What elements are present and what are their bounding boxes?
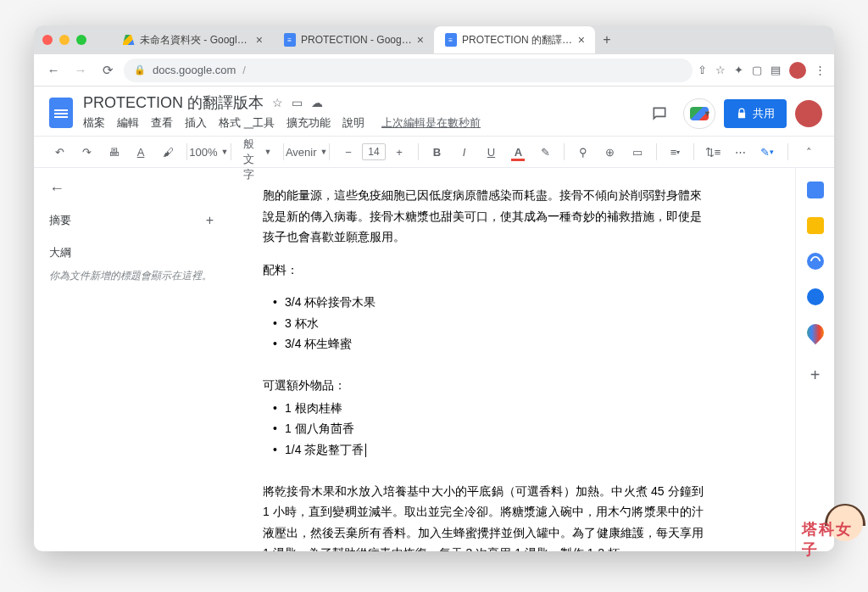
move-icon[interactable]: ▭ bbox=[292, 96, 303, 109]
maps-addon-icon[interactable] bbox=[803, 321, 826, 344]
keep-addon-icon[interactable] bbox=[807, 217, 824, 234]
paint-format-button[interactable]: 🖌 bbox=[156, 140, 180, 164]
font-value: Avenir bbox=[286, 146, 317, 159]
url-host: docs.google.com bbox=[153, 64, 236, 76]
document-page[interactable]: 胞的能量源，這些免疫細胞已因低度病原體感染而耗盡。接骨不傾向於削弱對身體來說是新… bbox=[246, 185, 721, 551]
outline-collapse-button[interactable]: ← bbox=[49, 180, 214, 198]
menu-format[interactable]: 格式 bbox=[219, 115, 241, 131]
text-cursor bbox=[365, 444, 366, 457]
caret-down-icon: ▼ bbox=[704, 109, 711, 118]
docs-icon: ≡ bbox=[444, 34, 457, 47]
formatting-toolbar: ↶ ↷ 🖶 A 🖌 100%▼ 一般文字▼ Avenir▼ − 14 + B I… bbox=[34, 136, 834, 168]
zoom-value: 100% bbox=[189, 146, 217, 159]
redo-button[interactable]: ↷ bbox=[75, 140, 98, 164]
paragraph: 胞的能量源，這些免疫細胞已因低度病原體感染而耗盡。接骨不傾向於削弱對身體來說是新… bbox=[263, 185, 704, 248]
bold-button[interactable]: B bbox=[425, 140, 448, 164]
menu-file[interactable]: 檔案 bbox=[83, 115, 105, 131]
star-icon[interactable]: ☆ bbox=[272, 96, 283, 109]
cloud-status-icon[interactable]: ☁ bbox=[311, 96, 323, 109]
url-bar: ← → ⟳ 🔒 docs.google.com/ ⇧ ☆ ✦ ▢ ▤ ⋮ bbox=[34, 54, 834, 87]
contacts-addon-icon[interactable] bbox=[807, 288, 824, 305]
section-heading: 配料： bbox=[263, 260, 704, 281]
outline-panel: ← 摘要 + 大綱 你為文件新增的標題會顯示在這裡。 bbox=[34, 168, 229, 551]
zoom-select[interactable]: 100%▼ bbox=[194, 140, 225, 164]
nav-forward-button[interactable]: → bbox=[70, 59, 92, 81]
nav-reload-button[interactable]: ⟳ bbox=[97, 59, 119, 81]
lock-icon: 🔒 bbox=[134, 64, 146, 75]
outline-label: 大綱 bbox=[49, 245, 214, 260]
reading-list-icon[interactable]: ▤ bbox=[771, 64, 781, 76]
style-select[interactable]: 一般文字▼ bbox=[238, 140, 277, 164]
tab-close-icon[interactable]: × bbox=[417, 33, 424, 47]
menu-icon[interactable]: ⋮ bbox=[815, 64, 826, 76]
text-color-button[interactable]: A bbox=[506, 140, 530, 164]
docs-logo-icon bbox=[49, 98, 73, 128]
insert-link-button[interactable]: ⚲ bbox=[571, 140, 595, 164]
watermark: 塔科女子 bbox=[802, 505, 866, 560]
add-summary-button[interactable]: + bbox=[206, 213, 214, 228]
new-tab-button[interactable]: + bbox=[595, 26, 619, 53]
window-minimize[interactable] bbox=[59, 35, 70, 45]
cast-icon[interactable]: ▢ bbox=[752, 64, 762, 76]
browser-tab-active[interactable]: ≡ PROTECTION 的翻譯版本 - Goo × bbox=[434, 26, 595, 53]
get-addons-button[interactable]: + bbox=[807, 366, 824, 383]
window-titlebar: 未命名資料夾 - Google 雲端硬碟 × ≡ PROTECTION - Go… bbox=[34, 25, 834, 54]
docs-body: ← 摘要 + 大綱 你為文件新增的標題會顯示在這裡。 胞的能量源，這些免疫細胞已… bbox=[34, 168, 834, 551]
font-decrease-button[interactable]: − bbox=[337, 140, 360, 164]
menu-edit[interactable]: 編輯 bbox=[117, 115, 139, 131]
spellcheck-button[interactable]: A bbox=[129, 140, 153, 164]
italic-button[interactable]: I bbox=[452, 140, 476, 164]
bookmark-icon[interactable]: ☆ bbox=[715, 64, 726, 76]
document-viewport[interactable]: 胞的能量源，這些免疫細胞已因低度病原體感染而耗盡。接骨不傾向於削弱對身體來說是新… bbox=[229, 168, 795, 551]
caret-down-icon: ▼ bbox=[320, 148, 328, 156]
share-button[interactable]: 共用 bbox=[724, 99, 787, 128]
meet-button[interactable]: ▼ bbox=[683, 98, 715, 129]
browser-tab[interactable]: 未命名資料夾 - Google 雲端硬碟 × bbox=[112, 26, 273, 53]
font-size-input[interactable]: 14 bbox=[362, 143, 386, 160]
tasks-addon-icon[interactable] bbox=[807, 253, 824, 270]
drive-icon bbox=[122, 34, 135, 47]
editing-mode-button[interactable]: ✎ ▾ bbox=[755, 140, 779, 164]
menu-view[interactable]: 查看 bbox=[151, 115, 173, 131]
highlight-button[interactable]: ✎ bbox=[533, 140, 557, 164]
address-bar[interactable]: 🔒 docs.google.com/ bbox=[124, 59, 693, 82]
undo-button[interactable]: ↶ bbox=[47, 140, 71, 164]
print-button[interactable]: 🖶 bbox=[102, 140, 125, 164]
window-close[interactable] bbox=[42, 35, 53, 45]
insert-comment-button[interactable]: ⊕ bbox=[598, 140, 622, 164]
menu-insert[interactable]: 插入 bbox=[185, 115, 207, 131]
underline-button[interactable]: U bbox=[479, 140, 503, 164]
docs-home-button[interactable] bbox=[46, 93, 76, 132]
tab-close-icon[interactable]: × bbox=[256, 33, 263, 47]
tab-title: PROTECTION - Google 文件 bbox=[301, 33, 412, 47]
window-zoom[interactable] bbox=[76, 35, 86, 45]
document-title[interactable]: PROTECTION 的翻譯版本 bbox=[83, 92, 264, 113]
menu-extensions[interactable]: 擴充功能 bbox=[287, 115, 331, 131]
browser-tab[interactable]: ≡ PROTECTION - Google 文件 × bbox=[273, 26, 434, 53]
extensions-icon[interactable]: ✦ bbox=[734, 64, 743, 76]
menu-help[interactable]: 說明 bbox=[342, 115, 364, 131]
list-item: 1/4 茶匙整丁香 bbox=[263, 439, 704, 461]
lock-icon bbox=[736, 108, 748, 120]
more-button[interactable]: ⋯ bbox=[728, 140, 752, 164]
url-path: / bbox=[242, 64, 246, 76]
comment-icon bbox=[651, 105, 668, 122]
nav-back-button[interactable]: ← bbox=[42, 59, 64, 81]
menu-bar: 檔案 編輯 查看 插入 格式 工具 擴充功能 說明 上次編輯是在數秒前 bbox=[83, 112, 637, 136]
comments-button[interactable] bbox=[644, 98, 675, 129]
share-page-icon[interactable]: ⇧ bbox=[698, 64, 707, 76]
font-increase-button[interactable]: + bbox=[387, 140, 411, 164]
tab-close-icon[interactable]: × bbox=[578, 33, 585, 47]
tab-title: PROTECTION 的翻譯版本 - Goo bbox=[462, 33, 573, 47]
calendar-addon-icon[interactable] bbox=[807, 182, 824, 198]
insert-image-button[interactable]: ▭ bbox=[626, 140, 649, 164]
collapse-toolbar-button[interactable]: ˄ bbox=[797, 140, 821, 164]
font-select[interactable]: Avenir▼ bbox=[291, 140, 323, 164]
docs-icon: ≡ bbox=[283, 34, 296, 47]
last-edit-info[interactable]: 上次編輯是在數秒前 bbox=[381, 115, 481, 131]
align-button[interactable]: ≡▾ bbox=[663, 140, 687, 164]
line-spacing-button[interactable]: ⇅≡ bbox=[701, 140, 725, 164]
profile-avatar[interactable] bbox=[789, 62, 806, 79]
account-avatar[interactable] bbox=[795, 100, 822, 127]
list-item: 3 杯水 bbox=[263, 313, 704, 334]
